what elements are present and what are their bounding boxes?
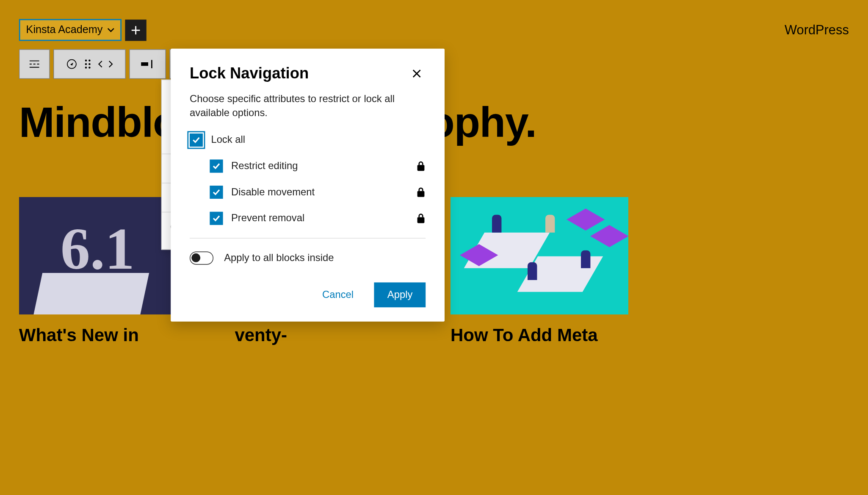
- option-label: Prevent removal: [231, 212, 304, 224]
- chevron-down-icon: [108, 28, 115, 32]
- svg-point-4: [88, 63, 90, 65]
- lock-modal: Lock Navigation Choose specific attribut…: [171, 49, 445, 321]
- toggle-label: Apply to all blocks inside: [224, 252, 334, 264]
- svg-point-5: [85, 67, 87, 68]
- wordpress-link[interactable]: WordPress: [785, 22, 849, 38]
- lock-icon: [416, 161, 426, 171]
- apply-all-toggle[interactable]: [190, 251, 213, 264]
- drag-handle-icon[interactable]: [83, 59, 92, 70]
- post-title[interactable]: venty-: [235, 325, 412, 345]
- disable-movement-checkbox[interactable]: [210, 186, 223, 199]
- modal-description: Choose specific attributes to restrict o…: [190, 92, 426, 120]
- nav-menu-select[interactable]: Kinsta Academy: [19, 19, 122, 41]
- lock-all-label: Lock all: [211, 134, 245, 146]
- svg-rect-10: [417, 191, 425, 197]
- prevent-removal-checkbox[interactable]: [210, 211, 223, 225]
- cancel-button[interactable]: Cancel: [312, 282, 364, 307]
- close-button[interactable]: [408, 64, 426, 82]
- lock-icon: [416, 213, 426, 223]
- option-label: Disable movement: [231, 186, 315, 198]
- nav-menu-label: Kinsta Academy: [26, 24, 103, 36]
- modal-title: Lock Navigation: [190, 64, 309, 82]
- post-title[interactable]: What's New in: [19, 325, 197, 345]
- compass-icon[interactable]: [66, 58, 77, 70]
- apply-button[interactable]: Apply: [374, 282, 426, 307]
- svg-point-1: [85, 60, 87, 61]
- close-icon: [411, 67, 423, 79]
- lock-icon: [416, 186, 426, 197]
- restrict-editing-checkbox[interactable]: [210, 159, 223, 172]
- svg-rect-11: [417, 217, 425, 223]
- navigation-block-icon[interactable]: [19, 50, 49, 78]
- svg-point-6: [88, 67, 90, 68]
- option-label: Restrict editing: [231, 160, 298, 172]
- post-card: How To Add Meta: [451, 197, 628, 346]
- add-block-button[interactable]: [125, 19, 147, 41]
- navigation-block: Kinsta Academy: [19, 19, 147, 41]
- svg-point-2: [88, 60, 90, 61]
- svg-point-3: [85, 63, 87, 65]
- align-button[interactable]: [130, 50, 166, 78]
- lock-all-checkbox[interactable]: [190, 133, 203, 146]
- svg-rect-7: [141, 62, 148, 66]
- post-title[interactable]: How To Add Meta: [451, 325, 628, 345]
- move-arrows-icon[interactable]: [98, 59, 113, 69]
- svg-rect-9: [417, 165, 425, 171]
- post-thumbnail[interactable]: [451, 197, 628, 314]
